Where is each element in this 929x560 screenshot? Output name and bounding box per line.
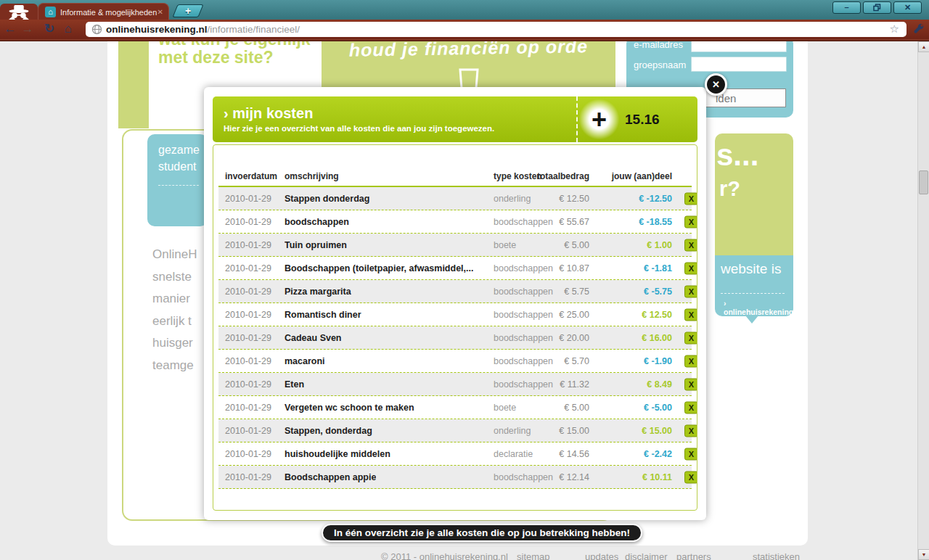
scrollbar-thumb[interactable] bbox=[919, 170, 928, 194]
browser-titlebar: ⌂ Informatie & mogelijkheden | ( ✕ + – ✕ bbox=[0, 0, 929, 20]
teal-info-box: gezame student bbox=[147, 134, 208, 226]
paragraph-line: snelste bbox=[152, 266, 197, 289]
browser-tab[interactable]: ⌂ Informatie & mogelijkheden | ( ✕ bbox=[38, 3, 169, 20]
teal-info-line2: student bbox=[158, 158, 208, 175]
window-controls: – ✕ bbox=[832, 1, 922, 14]
row-total: € 12.50 bbox=[525, 194, 589, 204]
costs-table: 2010-01-29 Stappen donderdag onderling €… bbox=[218, 187, 692, 489]
footer-link-sitemap[interactable]: sitemap bbox=[517, 551, 550, 560]
url-bar[interactable]: onlinehuisrekening.nl/informatie/financi… bbox=[86, 22, 907, 37]
groupname-field[interactable] bbox=[691, 57, 787, 72]
footer-link-statistieken[interactable]: statistieken bbox=[753, 551, 800, 560]
site-link[interactable]: › onlinehuisrekening.nl bbox=[724, 299, 803, 316]
paragraph-line: eerlijk t bbox=[152, 310, 197, 333]
modal-close-button[interactable]: ✕ bbox=[705, 73, 727, 96]
table-row: 2010-01-29 Stappen donderdag onderling €… bbox=[218, 187, 692, 210]
new-tab-button[interactable]: + bbox=[172, 4, 203, 17]
bubble-text: website is bbox=[721, 261, 781, 277]
url-text: onlinehuisrekening.nl/informatie/financi… bbox=[106, 24, 300, 35]
row-date: 2010-01-29 bbox=[225, 263, 271, 273]
teal-info-line1: gezame bbox=[158, 141, 208, 158]
right-teal-bubble: website is › onlinehuisrekening.nl bbox=[715, 255, 793, 316]
scroll-down-button[interactable]: ▼ bbox=[918, 549, 929, 560]
paragraph-line: manier bbox=[152, 288, 197, 310]
row-share: € 15.00 bbox=[605, 426, 672, 436]
row-description: Stappen donderdag bbox=[285, 194, 369, 204]
page-scrollbar[interactable]: ▲ ▼ bbox=[917, 41, 929, 560]
row-share: € 8.49 bbox=[605, 379, 672, 390]
close-window-button[interactable]: ✕ bbox=[893, 1, 922, 14]
browser-toolbar: ← → ↻ ⌂ onlinehuisrekening.nl/informatie… bbox=[0, 20, 929, 39]
footer-link-updates[interactable]: updates bbox=[585, 551, 618, 560]
bubble-tail bbox=[745, 316, 758, 324]
scroll-up-button[interactable]: ▲ bbox=[918, 41, 929, 52]
row-date: 2010-01-29 bbox=[225, 194, 271, 204]
delete-row-button[interactable]: X bbox=[684, 308, 697, 321]
bookmark-star-icon[interactable]: ☆ bbox=[890, 22, 899, 36]
tab-close-icon[interactable]: ✕ bbox=[157, 7, 163, 17]
intro-paragraph: OnlineH snelste manier eerlijk t huisger… bbox=[152, 244, 197, 376]
minimize-button[interactable]: – bbox=[832, 1, 861, 14]
delete-row-button[interactable]: X bbox=[684, 378, 697, 390]
delete-row-button[interactable]: X bbox=[684, 471, 697, 483]
dashed-divider bbox=[158, 185, 199, 186]
row-description: Pizza margarita bbox=[285, 287, 351, 297]
delete-row-button[interactable]: X bbox=[684, 239, 697, 251]
header-totaalbedrag: totaalbedrag bbox=[525, 171, 589, 181]
back-button[interactable]: ← bbox=[1, 20, 19, 38]
footer-link-partners[interactable]: partners bbox=[676, 551, 711, 560]
table-row: 2010-01-29 Romantisch diner boodschappen… bbox=[218, 303, 692, 326]
delete-row-button[interactable]: X bbox=[684, 332, 697, 344]
wrench-menu-icon[interactable] bbox=[912, 22, 925, 36]
row-date: 2010-01-29 bbox=[225, 449, 271, 459]
modal-subtitle: Hier zie je een overzicht van alle koste… bbox=[224, 124, 494, 133]
table-row: 2010-01-29 Pizza margarita boodschappen … bbox=[218, 280, 692, 303]
row-description: Cadeau Sven bbox=[285, 333, 342, 343]
page-heading-line2: met deze site? bbox=[158, 49, 311, 67]
row-share: € -5.00 bbox=[605, 403, 672, 413]
forward-button[interactable]: → bbox=[19, 20, 36, 38]
row-total: € 25.00 bbox=[525, 310, 589, 320]
row-total: € 11.32 bbox=[525, 379, 589, 390]
row-total: € 10.87 bbox=[525, 263, 589, 273]
table-row: 2010-01-29 boodschappen boodschappen € 5… bbox=[218, 210, 692, 234]
restore-button[interactable] bbox=[863, 1, 891, 14]
delete-row-button[interactable]: X bbox=[684, 355, 697, 367]
dashed-separator bbox=[576, 96, 578, 142]
row-description: macaroni bbox=[285, 356, 325, 366]
row-share: € 10.11 bbox=[605, 472, 672, 482]
tab-title: Informatie & mogelijkheden | ( bbox=[60, 7, 157, 17]
footer-link-disclaimer[interactable]: disclaimer bbox=[625, 551, 668, 560]
close-icon: ✕ bbox=[712, 79, 720, 90]
row-share: € 1.00 bbox=[605, 240, 672, 250]
row-date: 2010-01-29 bbox=[225, 472, 271, 482]
delete-row-button[interactable]: X bbox=[684, 401, 697, 413]
delete-row-button[interactable]: X bbox=[684, 285, 697, 297]
row-total: € 5.00 bbox=[525, 403, 589, 413]
delete-row-button[interactable]: X bbox=[684, 424, 697, 437]
row-share: € -5.75 bbox=[605, 287, 672, 297]
row-share: € -1.81 bbox=[605, 263, 672, 273]
row-date: 2010-01-29 bbox=[225, 333, 271, 343]
tooltip: In één overzicht zie je alle kosten die … bbox=[322, 524, 642, 542]
paragraph-line: teamge bbox=[152, 355, 197, 377]
reload-button[interactable]: ↻ bbox=[41, 20, 58, 38]
row-description: Romantisch diner bbox=[285, 310, 361, 320]
row-date: 2010-01-29 bbox=[225, 240, 271, 250]
row-date: 2010-01-29 bbox=[225, 403, 271, 413]
delete-row-button[interactable]: X bbox=[684, 262, 697, 274]
row-total: € 55.67 bbox=[525, 217, 589, 227]
delete-row-button[interactable]: X bbox=[684, 215, 697, 228]
row-share: € 16.00 bbox=[605, 333, 672, 343]
table-row: 2010-01-29 Eten boodschappen € 11.32 € 8… bbox=[218, 373, 692, 396]
url-path: /informatie/financieel/ bbox=[208, 24, 300, 35]
row-total: € 14.56 bbox=[525, 449, 589, 459]
home-button[interactable]: ⌂ bbox=[60, 20, 77, 38]
table-row: 2010-01-29 Boodschappen appie boodschapp… bbox=[218, 466, 692, 489]
right-green-text1: s... bbox=[716, 138, 758, 173]
row-date: 2010-01-29 bbox=[225, 287, 271, 297]
add-cost-button[interactable]: + bbox=[579, 99, 619, 139]
delete-row-button[interactable]: X bbox=[684, 192, 697, 205]
paragraph-line: OnlineH bbox=[152, 244, 197, 266]
delete-row-button[interactable]: X bbox=[684, 448, 697, 460]
